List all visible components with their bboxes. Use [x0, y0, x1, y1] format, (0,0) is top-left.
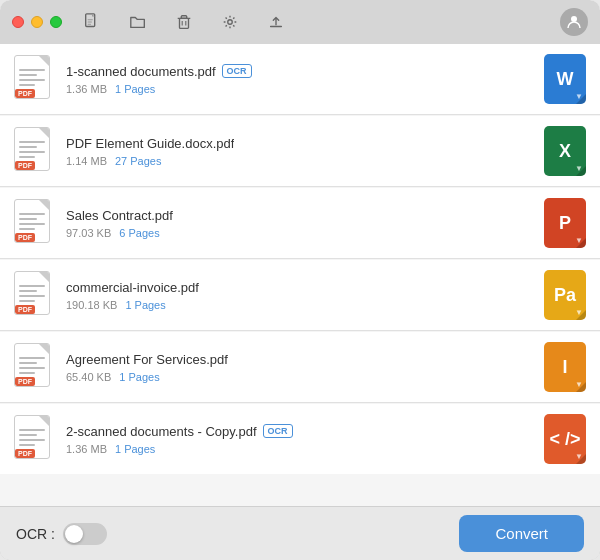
- ocr-badge: OCR: [222, 64, 252, 78]
- file-meta: 97.03 KB 6 Pages: [66, 227, 544, 239]
- toggle-knob: [65, 525, 83, 543]
- close-button[interactable]: [12, 16, 24, 28]
- output-icon-code[interactable]: < />▼: [544, 414, 586, 464]
- file-name-row: Agreement For Services.pdf: [66, 352, 544, 367]
- file-name-row: PDF Element Guide.docx.pdf: [66, 136, 544, 151]
- file-item: PDF PDF Element Guide.docx.pdf 1.14 MB 2…: [0, 116, 600, 187]
- output-icon-excel[interactable]: X▼: [544, 126, 586, 176]
- file-pages[interactable]: 1 Pages: [125, 299, 165, 311]
- file-name-row: commercial-invoice.pdf: [66, 280, 544, 295]
- minimize-button[interactable]: [31, 16, 43, 28]
- svg-point-9: [228, 20, 233, 25]
- new-file-button[interactable]: [78, 8, 106, 36]
- file-meta: 1.36 MB 1 Pages: [66, 443, 544, 455]
- upload-button[interactable]: [262, 8, 290, 36]
- pdf-icon: PDF: [14, 199, 54, 247]
- svg-rect-1: [88, 19, 93, 20]
- pdf-icon: PDF: [14, 127, 54, 175]
- file-pages[interactable]: 27 Pages: [115, 155, 161, 167]
- file-meta: 190.18 KB 1 Pages: [66, 299, 544, 311]
- ocr-toggle[interactable]: [63, 523, 107, 545]
- file-pages[interactable]: 1 Pages: [115, 443, 155, 455]
- file-info: 1-scanned documents.pdfOCR 1.36 MB 1 Pag…: [66, 64, 544, 95]
- titlebar: [0, 0, 600, 44]
- output-icon-pa[interactable]: Pa▼: [544, 270, 586, 320]
- settings-button[interactable]: [216, 8, 244, 36]
- file-name: Sales Contract.pdf: [66, 208, 173, 223]
- output-icon-indesign[interactable]: I▼: [544, 342, 586, 392]
- open-folder-button[interactable]: [124, 8, 152, 36]
- pdf-icon: PDF: [14, 55, 54, 103]
- file-info: commercial-invoice.pdf 190.18 KB 1 Pages: [66, 280, 544, 311]
- file-info: PDF Element Guide.docx.pdf 1.14 MB 27 Pa…: [66, 136, 544, 167]
- file-size: 1.36 MB: [66, 443, 107, 455]
- svg-rect-6: [181, 16, 186, 19]
- ocr-section: OCR :: [16, 523, 107, 545]
- file-name-row: 1-scanned documents.pdfOCR: [66, 64, 544, 79]
- file-meta: 65.40 KB 1 Pages: [66, 371, 544, 383]
- file-size: 97.03 KB: [66, 227, 111, 239]
- file-size: 190.18 KB: [66, 299, 117, 311]
- file-info: 2-scanned documents - Copy.pdfOCR 1.36 M…: [66, 424, 544, 455]
- pdf-icon: PDF: [14, 343, 54, 391]
- main-window: PDF 1-scanned documents.pdfOCR 1.36 MB 1…: [0, 0, 600, 560]
- file-info: Sales Contract.pdf 97.03 KB 6 Pages: [66, 208, 544, 239]
- svg-rect-4: [180, 18, 189, 28]
- output-icon-word[interactable]: W▼: [544, 54, 586, 104]
- file-item: PDF 2-scanned documents - Copy.pdfOCR 1.…: [0, 404, 600, 474]
- delete-button[interactable]: [170, 8, 198, 36]
- traffic-lights: [12, 16, 62, 28]
- file-name-row: 2-scanned documents - Copy.pdfOCR: [66, 424, 544, 439]
- file-item: PDF commercial-invoice.pdf 190.18 KB 1 P…: [0, 260, 600, 331]
- file-item: PDF Agreement For Services.pdf 65.40 KB …: [0, 332, 600, 403]
- ocr-label: OCR :: [16, 526, 55, 542]
- file-size: 1.36 MB: [66, 83, 107, 95]
- file-name: Agreement For Services.pdf: [66, 352, 228, 367]
- convert-button[interactable]: Convert: [459, 515, 584, 552]
- file-item: PDF Sales Contract.pdf 97.03 KB 6 Pages …: [0, 188, 600, 259]
- file-name: commercial-invoice.pdf: [66, 280, 199, 295]
- maximize-button[interactable]: [50, 16, 62, 28]
- file-size: 1.14 MB: [66, 155, 107, 167]
- file-info: Agreement For Services.pdf 65.40 KB 1 Pa…: [66, 352, 544, 383]
- file-meta: 1.14 MB 27 Pages: [66, 155, 544, 167]
- toolbar: [78, 8, 588, 36]
- svg-point-10: [571, 16, 577, 22]
- file-pages[interactable]: 1 Pages: [119, 371, 159, 383]
- file-name: PDF Element Guide.docx.pdf: [66, 136, 234, 151]
- file-meta: 1.36 MB 1 Pages: [66, 83, 544, 95]
- file-name: 2-scanned documents - Copy.pdf: [66, 424, 257, 439]
- file-pages[interactable]: 6 Pages: [119, 227, 159, 239]
- bottom-bar: OCR : Convert: [0, 506, 600, 560]
- file-pages[interactable]: 1 Pages: [115, 83, 155, 95]
- pdf-icon: PDF: [14, 271, 54, 319]
- file-name: 1-scanned documents.pdf: [66, 64, 216, 79]
- svg-rect-2: [88, 22, 93, 23]
- svg-rect-3: [88, 24, 92, 25]
- output-icon-ppt[interactable]: P▼: [544, 198, 586, 248]
- file-item: PDF 1-scanned documents.pdfOCR 1.36 MB 1…: [0, 44, 600, 115]
- ocr-badge: OCR: [263, 424, 293, 438]
- pdf-icon: PDF: [14, 415, 54, 463]
- profile-icon: [560, 8, 588, 36]
- file-name-row: Sales Contract.pdf: [66, 208, 544, 223]
- file-size: 65.40 KB: [66, 371, 111, 383]
- file-list: PDF 1-scanned documents.pdfOCR 1.36 MB 1…: [0, 44, 600, 506]
